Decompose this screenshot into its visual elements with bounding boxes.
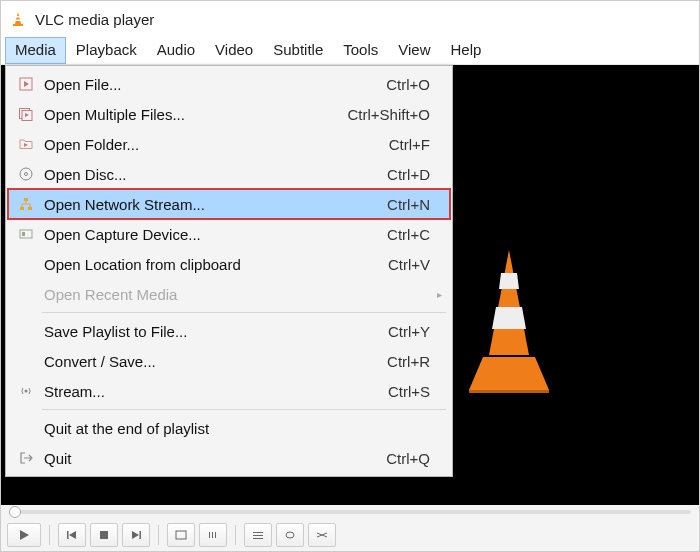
folder-play-icon: [14, 137, 38, 151]
svg-rect-32: [215, 532, 216, 538]
control-separator: [49, 525, 50, 545]
menu-help[interactable]: Help: [441, 37, 492, 64]
menu-label: Open Multiple Files...: [38, 106, 347, 123]
seek-track[interactable]: [9, 510, 691, 514]
menu-label: Open Network Stream...: [38, 196, 387, 213]
svg-rect-3: [13, 24, 23, 26]
menu-shortcut: Ctrl+F: [389, 136, 442, 153]
menu-item-open-recent[interactable]: Open Recent Media ▸: [8, 279, 450, 309]
titlebar: VLC media player: [1, 1, 699, 37]
vlc-cone-logo: [449, 245, 569, 398]
menu-shortcut: Ctrl+D: [387, 166, 442, 183]
menu-playback[interactable]: Playback: [66, 37, 147, 64]
fullscreen-button[interactable]: [167, 523, 195, 547]
svg-rect-30: [209, 532, 210, 538]
stream-icon: [14, 384, 38, 398]
menu-shortcut: Ctrl+N: [387, 196, 442, 213]
next-button[interactable]: [122, 523, 150, 547]
menu-shortcut: Ctrl+V: [388, 256, 442, 273]
shuffle-button[interactable]: [308, 523, 336, 547]
control-separator: [235, 525, 236, 545]
svg-marker-20: [492, 307, 526, 329]
svg-marker-21: [469, 357, 549, 390]
svg-rect-29: [176, 531, 186, 539]
svg-marker-19: [499, 273, 519, 289]
menu-item-convert-save[interactable]: Convert / Save... Ctrl+R: [8, 346, 450, 376]
playback-controls: [1, 519, 699, 551]
stop-button[interactable]: [90, 523, 118, 547]
svg-rect-34: [253, 535, 263, 536]
vlc-cone-icon: [9, 10, 27, 28]
menu-item-quit[interactable]: Quit Ctrl+Q: [8, 443, 450, 473]
menu-item-open-clipboard[interactable]: Open Location from clipboard Ctrl+V: [8, 249, 450, 279]
menu-view[interactable]: View: [388, 37, 440, 64]
menu-subtitle[interactable]: Subtitle: [263, 37, 333, 64]
menu-shortcut: Ctrl+Q: [386, 450, 442, 467]
menu-separator: [42, 312, 446, 313]
menu-media[interactable]: Media: [5, 37, 66, 64]
window-title: VLC media player: [35, 11, 154, 28]
svg-rect-2: [15, 20, 21, 22]
menubar: Media Playback Audio Video Subtitle Tool…: [1, 37, 699, 65]
menu-item-open-disc[interactable]: Open Disc... Ctrl+D: [8, 159, 450, 189]
seek-bar[interactable]: [1, 505, 699, 519]
menu-shortcut: Ctrl+O: [386, 76, 442, 93]
svg-marker-27: [132, 531, 139, 539]
menu-shortcut: Ctrl+S: [388, 383, 442, 400]
svg-marker-5: [24, 81, 29, 87]
svg-rect-35: [253, 538, 263, 539]
menu-item-quit-end-playlist[interactable]: Quit at the end of playlist: [8, 413, 450, 443]
svg-rect-33: [253, 532, 263, 533]
menu-video[interactable]: Video: [205, 37, 263, 64]
menu-item-stream[interactable]: Stream... Ctrl+S: [8, 376, 450, 406]
menu-item-open-file[interactable]: Open File... Ctrl+O: [8, 69, 450, 99]
svg-rect-1: [16, 16, 20, 18]
svg-rect-12: [24, 198, 28, 201]
menu-label: Open Capture Device...: [38, 226, 387, 243]
network-icon: [14, 197, 38, 211]
svg-rect-31: [212, 532, 213, 538]
play-button[interactable]: [7, 523, 41, 547]
svg-rect-28: [140, 531, 142, 539]
svg-rect-14: [28, 207, 32, 210]
previous-button[interactable]: [58, 523, 86, 547]
svg-rect-26: [100, 531, 108, 539]
files-play-icon: [14, 107, 38, 121]
submenu-arrow-icon: ▸: [437, 289, 442, 300]
playlist-button[interactable]: [244, 523, 272, 547]
svg-marker-22: [469, 390, 549, 393]
menu-label: Convert / Save...: [38, 353, 387, 370]
menu-tools[interactable]: Tools: [333, 37, 388, 64]
menu-item-save-playlist[interactable]: Save Playlist to File... Ctrl+Y: [8, 316, 450, 346]
menu-label: Open Location from clipboard: [38, 256, 388, 273]
disc-icon: [14, 167, 38, 181]
svg-marker-18: [489, 250, 529, 355]
menu-audio[interactable]: Audio: [147, 37, 205, 64]
menu-shortcut: Ctrl+Y: [388, 323, 442, 340]
menu-shortcut: Ctrl+Shift+O: [347, 106, 442, 123]
svg-point-11: [25, 173, 28, 176]
media-menu-dropdown: Open File... Ctrl+O Open Multiple Files.…: [5, 65, 453, 477]
menu-item-open-network-stream[interactable]: Open Network Stream... Ctrl+N: [8, 189, 450, 219]
menu-item-open-capture[interactable]: Open Capture Device... Ctrl+C: [8, 219, 450, 249]
menu-item-open-multiple[interactable]: Open Multiple Files... Ctrl+Shift+O: [8, 99, 450, 129]
svg-marker-23: [20, 530, 29, 540]
menu-label: Open File...: [38, 76, 386, 93]
svg-point-10: [20, 168, 32, 180]
svg-rect-16: [22, 232, 25, 236]
menu-shortcut: Ctrl+C: [387, 226, 442, 243]
svg-marker-25: [69, 531, 76, 539]
menu-label: Quit at the end of playlist: [38, 420, 442, 437]
loop-button[interactable]: [276, 523, 304, 547]
extended-settings-button[interactable]: [199, 523, 227, 547]
svg-point-17: [25, 390, 28, 393]
menu-item-open-folder[interactable]: Open Folder... Ctrl+F: [8, 129, 450, 159]
svg-rect-24: [67, 531, 69, 539]
menu-label: Open Recent Media: [38, 286, 442, 303]
svg-marker-9: [24, 143, 28, 147]
file-play-icon: [14, 77, 38, 91]
svg-marker-0: [15, 12, 21, 24]
svg-rect-15: [20, 230, 32, 238]
control-separator: [158, 525, 159, 545]
seek-knob[interactable]: [9, 506, 21, 518]
